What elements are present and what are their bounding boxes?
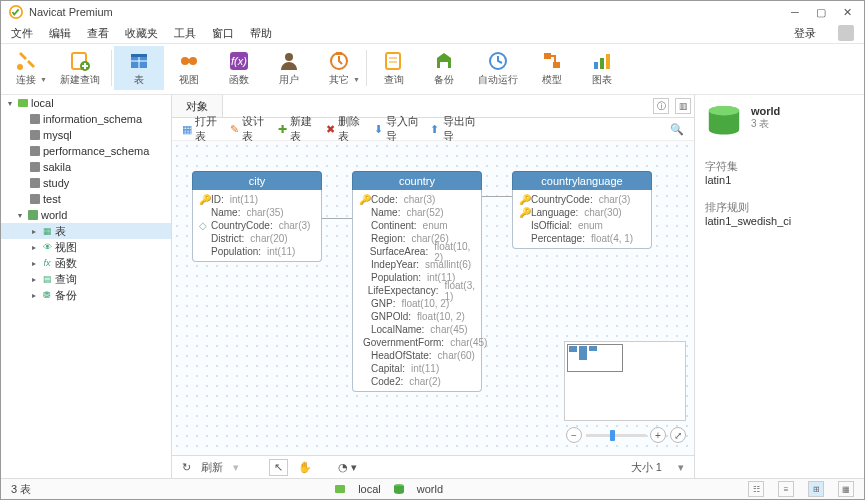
login-link[interactable]: 登录 xyxy=(794,26,816,41)
close-button[interactable]: ✕ xyxy=(838,5,856,19)
tree-db[interactable]: study xyxy=(1,175,171,191)
minimap[interactable] xyxy=(564,341,686,421)
chevron-down-icon: ▼ xyxy=(353,76,360,83)
menu-tools[interactable]: 工具 xyxy=(174,26,196,41)
size-dropdown-icon[interactable]: ▾ xyxy=(678,461,684,474)
tree-node[interactable]: ▸ ▤ 查询 xyxy=(1,271,171,287)
view-grid-icon[interactable]: ▦ xyxy=(838,481,854,497)
subtool-2[interactable]: ✚ 新建表 xyxy=(278,114,316,144)
erd-field: LifeExpectancy:float(3, 1) xyxy=(359,284,475,297)
subtool-icon: ⬆ xyxy=(430,123,439,135)
subtool-0[interactable]: ▦ 打开表 xyxy=(182,114,220,144)
view-detail-icon[interactable]: ≡ xyxy=(778,481,794,497)
panel-toggle-icon[interactable]: ▥ xyxy=(675,98,691,114)
tree-db-world[interactable]: ▾ world xyxy=(1,207,171,223)
erd-field: Percentage:float(4, 1) xyxy=(519,232,645,245)
erd-table-city[interactable]: city 🔑ID:int(11)Name:char(35)◇CountryCod… xyxy=(192,171,322,262)
search-icon[interactable]: 🔍 xyxy=(670,123,684,136)
maximize-button[interactable]: ▢ xyxy=(812,5,830,19)
svg-point-13 xyxy=(285,53,293,61)
svg-rect-16 xyxy=(386,53,400,69)
subtool-4[interactable]: ⬇ 导入向导 xyxy=(374,114,421,144)
tool-view[interactable]: 视图 xyxy=(164,46,214,90)
newq-icon xyxy=(69,50,91,72)
menu-favorites[interactable]: 收藏夹 xyxy=(125,26,158,41)
key-icon: 🔑 xyxy=(519,207,527,218)
info-toggle-icon[interactable]: ⓘ xyxy=(653,98,669,114)
avatar-icon[interactable] xyxy=(838,25,854,41)
subtool-icon: ✚ xyxy=(278,123,287,135)
menu-help[interactable]: 帮助 xyxy=(250,26,272,41)
menu-view[interactable]: 查看 xyxy=(87,26,109,41)
tool-user[interactable]: 用户 xyxy=(264,46,314,90)
erd-field: Population:int(11) xyxy=(199,245,315,258)
zoom-in-button[interactable]: + xyxy=(650,427,666,443)
zoom-track[interactable] xyxy=(586,434,646,437)
erd-canvas[interactable]: countrylanguage 🔑CountryCode:char(3)🔑Lan… xyxy=(172,141,694,455)
subtool-3[interactable]: ✖ 删除表 xyxy=(326,114,364,144)
tool-newq[interactable]: 新建查询 xyxy=(51,46,109,90)
minimize-button[interactable]: ─ xyxy=(786,5,804,19)
svg-point-26 xyxy=(709,106,739,115)
tree-node[interactable]: ▸ fx 函数 xyxy=(1,255,171,271)
pointer-tool-icon[interactable]: ↖ xyxy=(269,459,288,476)
erd-field: 🔑Language:char(30) xyxy=(519,206,645,219)
tool-auto[interactable]: 自动运行 xyxy=(469,46,527,90)
tool-other[interactable]: 其它 ▼ xyxy=(314,46,364,90)
erd-table-countrylanguage[interactable]: countrylanguage 🔑CountryCode:char(3)🔑Lan… xyxy=(512,171,652,249)
tool-chart[interactable]: 图表 xyxy=(577,46,627,90)
tree-db-label: world xyxy=(41,209,67,221)
refresh-label[interactable]: 刷新 xyxy=(201,460,223,475)
tree-connection[interactable]: ▾ local xyxy=(1,95,171,111)
app-title: Navicat Premium xyxy=(29,6,778,18)
refresh-icon[interactable]: ↻ xyxy=(182,461,191,474)
erd-table-header: city xyxy=(192,171,322,190)
erd-field: LocalName:char(45) xyxy=(359,323,475,336)
chart-icon xyxy=(591,50,613,72)
erd-table-body: 🔑CountryCode:char(3)🔑Language:char(30)Is… xyxy=(512,190,652,249)
tree-db[interactable]: information_schema xyxy=(1,111,171,127)
tool-model[interactable]: 模型 xyxy=(527,46,577,90)
tree-db[interactable]: test xyxy=(1,191,171,207)
tree-db[interactable]: mysql xyxy=(1,127,171,143)
erd-field: 🔑CountryCode:char(3) xyxy=(519,193,645,206)
tool-plug[interactable]: 连接 ▼ xyxy=(1,46,51,90)
tool-table[interactable]: 表 xyxy=(114,46,164,90)
menu-edit[interactable]: 编辑 xyxy=(49,26,71,41)
subtool-5[interactable]: ⬆ 导出向导 xyxy=(430,114,477,144)
status-count: 3 表 xyxy=(11,482,31,497)
view-list-icon[interactable]: ☷ xyxy=(748,481,764,497)
statusbar: 3 表 local world ☷ ≡ ⊞ ▦ xyxy=(1,478,864,499)
tree-node[interactable]: ▸ ▦ 表 xyxy=(1,223,171,239)
erd-table-header: country xyxy=(352,171,482,190)
view-erd-icon[interactable]: ⊞ xyxy=(808,481,824,497)
erd-field: Capital:int(11) xyxy=(359,362,475,375)
hand-tool-icon[interactable]: ✋ xyxy=(298,461,312,474)
subtool-1[interactable]: ✎ 设计表 xyxy=(230,114,268,144)
tree-db[interactable]: sakila xyxy=(1,159,171,175)
zoom-out-button[interactable]: − xyxy=(566,427,582,443)
color-tool-icon[interactable]: ◔ ▾ xyxy=(338,461,357,474)
zoom-fit-button[interactable]: ⤢ xyxy=(670,427,686,443)
tree-node[interactable]: ▸ ⛃ 备份 xyxy=(1,287,171,303)
erd-table-country[interactable]: country 🔑Code:char(3)Name:char(52)Contin… xyxy=(352,171,482,392)
svg-text:f(x): f(x) xyxy=(231,55,247,67)
tool-query[interactable]: 查询 xyxy=(369,46,419,90)
tree-db[interactable]: performance_schema xyxy=(1,143,171,159)
minimap-viewport[interactable] xyxy=(567,344,623,372)
zoom-thumb[interactable] xyxy=(610,430,615,441)
canvas-footer: ↻ 刷新 ▾ ↖ ✋ ◔ ▾ 大小 1 ▾ xyxy=(172,455,694,478)
info-charset-label: 字符集 xyxy=(705,159,854,174)
view-icon xyxy=(178,50,200,72)
erd-field: 🔑Code:char(3) xyxy=(359,193,475,206)
info-charset-value: latin1 xyxy=(705,174,854,186)
menu-window[interactable]: 窗口 xyxy=(212,26,234,41)
tree-node[interactable]: ▸ 👁 视图 xyxy=(1,239,171,255)
key-icon: 🔑 xyxy=(199,194,207,205)
erd-field: Code2:char(2) xyxy=(359,375,475,388)
tool-backup[interactable]: 备份 xyxy=(419,46,469,90)
table-icon xyxy=(128,50,150,72)
filter-input[interactable] xyxy=(487,121,660,138)
menu-file[interactable]: 文件 xyxy=(11,26,33,41)
tool-fx[interactable]: f(x) 函数 xyxy=(214,46,264,90)
